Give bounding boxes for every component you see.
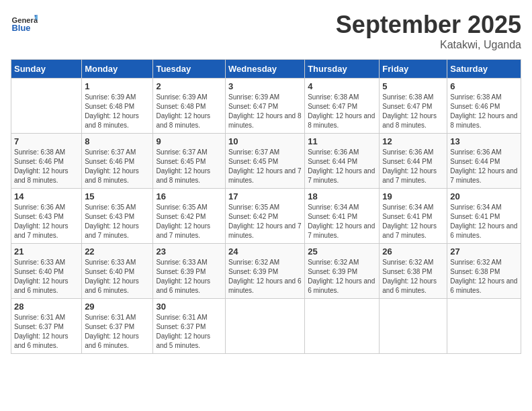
calendar-day-cell	[447, 299, 521, 354]
day-number: 12	[382, 136, 444, 146]
day-info: Sunrise: 6:32 AMSunset: 6:39 PMDaylight:…	[308, 258, 376, 295]
calendar-day-cell: 11Sunrise: 6:36 AMSunset: 6:44 PMDayligh…	[305, 134, 380, 189]
col-header-saturday: Saturday	[447, 60, 521, 79]
calendar-day-cell: 2Sunrise: 6:39 AMSunset: 6:48 PMDaylight…	[153, 79, 226, 134]
day-info: Sunrise: 6:36 AMSunset: 6:44 PMDaylight:…	[450, 148, 518, 185]
calendar-day-cell: 21Sunrise: 6:33 AMSunset: 6:40 PMDayligh…	[11, 244, 82, 299]
day-number: 8	[85, 136, 150, 146]
day-info: Sunrise: 6:39 AMSunset: 6:47 PMDaylight:…	[228, 93, 302, 130]
day-number: 11	[308, 136, 376, 146]
day-number: 15	[85, 191, 150, 201]
day-number: 3	[228, 81, 302, 91]
calendar-day-cell: 23Sunrise: 6:33 AMSunset: 6:39 PMDayligh…	[153, 244, 226, 299]
calendar-header-row: SundayMondayTuesdayWednesdayThursdayFrid…	[11, 60, 521, 79]
day-number: 5	[382, 81, 444, 91]
logo: General Blue	[11, 11, 40, 38]
day-info: Sunrise: 6:38 AMSunset: 6:46 PMDaylight:…	[450, 93, 518, 130]
day-info: Sunrise: 6:39 AMSunset: 6:48 PMDaylight:…	[85, 93, 150, 130]
title-block: September 2025 Katakwi, Uganda	[336, 11, 521, 51]
day-info: Sunrise: 6:36 AMSunset: 6:44 PMDaylight:…	[382, 148, 444, 185]
day-number: 2	[156, 81, 222, 91]
calendar-week-row: 28Sunrise: 6:31 AMSunset: 6:37 PMDayligh…	[11, 299, 521, 354]
calendar-day-cell: 16Sunrise: 6:35 AMSunset: 6:42 PMDayligh…	[153, 189, 226, 244]
calendar-day-cell: 26Sunrise: 6:32 AMSunset: 6:38 PMDayligh…	[380, 244, 447, 299]
calendar-day-cell: 15Sunrise: 6:35 AMSunset: 6:43 PMDayligh…	[82, 189, 153, 244]
calendar-day-cell: 19Sunrise: 6:34 AMSunset: 6:41 PMDayligh…	[380, 189, 447, 244]
day-info: Sunrise: 6:35 AMSunset: 6:42 PMDaylight:…	[156, 203, 222, 240]
calendar-day-cell: 10Sunrise: 6:37 AMSunset: 6:45 PMDayligh…	[226, 134, 305, 189]
day-number: 21	[14, 246, 79, 257]
day-number: 22	[85, 246, 150, 257]
month-title: September 2025	[336, 11, 521, 39]
day-number: 7	[14, 136, 79, 146]
calendar-week-row: 1Sunrise: 6:39 AMSunset: 6:48 PMDaylight…	[11, 79, 521, 134]
day-info: Sunrise: 6:34 AMSunset: 6:41 PMDaylight:…	[450, 203, 518, 240]
day-info: Sunrise: 6:38 AMSunset: 6:46 PMDaylight:…	[14, 148, 79, 185]
calendar-day-cell: 17Sunrise: 6:35 AMSunset: 6:42 PMDayligh…	[226, 189, 305, 244]
calendar-day-cell: 8Sunrise: 6:37 AMSunset: 6:46 PMDaylight…	[82, 134, 153, 189]
day-info: Sunrise: 6:37 AMSunset: 6:46 PMDaylight:…	[85, 148, 150, 185]
day-info: Sunrise: 6:34 AMSunset: 6:41 PMDaylight:…	[308, 203, 376, 240]
calendar-day-cell: 24Sunrise: 6:32 AMSunset: 6:39 PMDayligh…	[226, 244, 305, 299]
calendar-day-cell: 3Sunrise: 6:39 AMSunset: 6:47 PMDaylight…	[226, 79, 305, 134]
calendar-week-row: 14Sunrise: 6:36 AMSunset: 6:43 PMDayligh…	[11, 189, 521, 244]
calendar-day-cell: 6Sunrise: 6:38 AMSunset: 6:46 PMDaylight…	[447, 79, 521, 134]
calendar-table: SundayMondayTuesdayWednesdayThursdayFrid…	[11, 59, 521, 354]
col-header-thursday: Thursday	[305, 60, 380, 79]
day-number: 20	[450, 191, 518, 201]
day-number: 16	[156, 191, 222, 201]
logo-icon: General Blue	[11, 11, 38, 38]
day-number: 10	[228, 136, 302, 146]
day-number: 18	[308, 191, 376, 201]
calendar-day-cell: 4Sunrise: 6:38 AMSunset: 6:47 PMDaylight…	[305, 79, 380, 134]
day-number: 17	[228, 191, 302, 201]
day-number: 30	[156, 302, 222, 312]
day-info: Sunrise: 6:36 AMSunset: 6:44 PMDaylight:…	[308, 148, 376, 185]
day-info: Sunrise: 6:31 AMSunset: 6:37 PMDaylight:…	[14, 313, 79, 351]
calendar-day-cell	[226, 299, 305, 354]
calendar-day-cell: 20Sunrise: 6:34 AMSunset: 6:41 PMDayligh…	[447, 189, 521, 244]
calendar-day-cell: 13Sunrise: 6:36 AMSunset: 6:44 PMDayligh…	[447, 134, 521, 189]
day-number: 1	[85, 81, 150, 91]
page-header: General Blue September 2025 Katakwi, Uga…	[11, 11, 521, 51]
day-info: Sunrise: 6:32 AMSunset: 6:38 PMDaylight:…	[450, 258, 518, 295]
calendar-day-cell: 28Sunrise: 6:31 AMSunset: 6:37 PMDayligh…	[11, 299, 82, 354]
col-header-friday: Friday	[380, 60, 447, 79]
calendar-day-cell: 9Sunrise: 6:37 AMSunset: 6:45 PMDaylight…	[153, 134, 226, 189]
day-info: Sunrise: 6:38 AMSunset: 6:47 PMDaylight:…	[382, 93, 444, 130]
calendar-day-cell	[305, 299, 380, 354]
col-header-wednesday: Wednesday	[226, 60, 305, 79]
day-info: Sunrise: 6:37 AMSunset: 6:45 PMDaylight:…	[156, 148, 222, 185]
calendar-day-cell: 18Sunrise: 6:34 AMSunset: 6:41 PMDayligh…	[305, 189, 380, 244]
calendar-day-cell: 12Sunrise: 6:36 AMSunset: 6:44 PMDayligh…	[380, 134, 447, 189]
day-info: Sunrise: 6:33 AMSunset: 6:39 PMDaylight:…	[156, 258, 222, 295]
calendar-day-cell	[380, 299, 447, 354]
day-number: 19	[382, 191, 444, 201]
col-header-tuesday: Tuesday	[153, 60, 226, 79]
calendar-day-cell: 25Sunrise: 6:32 AMSunset: 6:39 PMDayligh…	[305, 244, 380, 299]
day-number: 9	[156, 136, 222, 146]
calendar-day-cell: 30Sunrise: 6:31 AMSunset: 6:37 PMDayligh…	[153, 299, 226, 354]
calendar-day-cell	[11, 79, 82, 134]
day-info: Sunrise: 6:39 AMSunset: 6:48 PMDaylight:…	[156, 93, 222, 130]
day-info: Sunrise: 6:35 AMSunset: 6:43 PMDaylight:…	[85, 203, 150, 240]
day-info: Sunrise: 6:38 AMSunset: 6:47 PMDaylight:…	[308, 93, 376, 130]
day-number: 26	[382, 246, 444, 257]
day-number: 4	[308, 81, 376, 91]
day-info: Sunrise: 6:32 AMSunset: 6:38 PMDaylight:…	[382, 258, 444, 295]
day-info: Sunrise: 6:31 AMSunset: 6:37 PMDaylight:…	[156, 313, 222, 351]
calendar-day-cell: 29Sunrise: 6:31 AMSunset: 6:37 PMDayligh…	[82, 299, 153, 354]
calendar-week-row: 21Sunrise: 6:33 AMSunset: 6:40 PMDayligh…	[11, 244, 521, 299]
day-number: 27	[450, 246, 518, 257]
calendar-week-row: 7Sunrise: 6:38 AMSunset: 6:46 PMDaylight…	[11, 134, 521, 189]
calendar-day-cell: 22Sunrise: 6:33 AMSunset: 6:40 PMDayligh…	[82, 244, 153, 299]
day-info: Sunrise: 6:36 AMSunset: 6:43 PMDaylight:…	[14, 203, 79, 240]
day-number: 28	[14, 302, 79, 312]
col-header-sunday: Sunday	[11, 60, 82, 79]
calendar-day-cell: 14Sunrise: 6:36 AMSunset: 6:43 PMDayligh…	[11, 189, 82, 244]
day-info: Sunrise: 6:32 AMSunset: 6:39 PMDaylight:…	[228, 258, 302, 295]
calendar-day-cell: 1Sunrise: 6:39 AMSunset: 6:48 PMDaylight…	[82, 79, 153, 134]
svg-text:Blue: Blue	[12, 23, 31, 33]
day-info: Sunrise: 6:31 AMSunset: 6:37 PMDaylight:…	[85, 313, 150, 351]
day-number: 6	[450, 81, 518, 91]
